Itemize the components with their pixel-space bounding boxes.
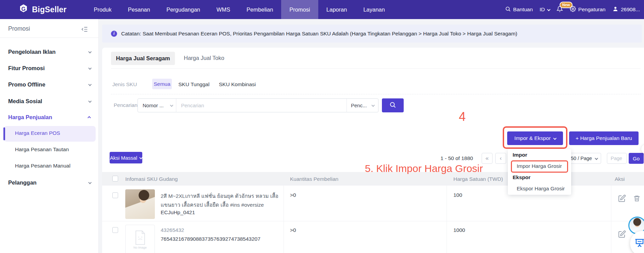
impor-ekspor-button[interactable]: Impor & Ekspor [507,131,563,145]
chevron-down-icon [88,99,92,102]
user-icon [612,6,618,13]
search-button[interactable] [382,98,404,112]
price-value: 100 [453,192,462,198]
chat-board-icon [634,238,644,249]
sidebar-title: Promosi [8,25,30,32]
search-icon [389,101,396,109]
collapse-sidebar-icon[interactable] [81,26,88,34]
sidebar-item-pelanggan[interactable]: Pelanggan [8,179,91,186]
active-subitem-indicator [3,127,5,140]
new-badge: New [560,2,573,8]
filter-option-sku-tunggal[interactable]: SKU Tunggal [178,81,209,88]
nav-item-pembelian[interactable]: Pembelian [238,0,281,19]
product-title-line1: 2สี M~2XLเกาหลี แฟชั่น ย้อนยุค ตัวอักษร … [161,192,278,200]
chevron-down-icon [139,156,143,159]
no-image-label: No Image [133,246,147,249]
sidebar-subitem-harga-pesanan-manual[interactable]: Harga Pesanan Manual [15,163,70,169]
nav-item-pesanan[interactable]: Pesanan [120,0,158,19]
product-code: 43265432 [161,227,184,233]
search-type-select[interactable]: Nomor ... [138,99,176,112]
impor-ekspor-dropdown: Impor Impor Harga Grosir Ekspor Ekspor H… [508,149,571,195]
pagination-first-button[interactable]: « [482,153,493,164]
select-all-checkbox[interactable] [112,176,118,181]
language-selector[interactable]: ID [540,6,550,13]
sidebar-subitem-harga-pesanan-tautan[interactable]: Harga Pesanan Tautan [15,146,69,153]
filter-option-semua[interactable]: Semua [152,79,172,89]
filter-option-sku-kombinasi[interactable]: SKU Kombinasi [219,81,256,88]
no-image-placeholder: No Image [125,225,155,253]
tab-harga-jual-seragam[interactable]: Harga Jual Seragam [111,52,175,65]
brand-logo[interactable]: G BigSeller [18,4,67,15]
nav-item-wms[interactable]: WMS [208,0,238,19]
search-input[interactable] [176,99,347,112]
aksi-massal-button[interactable]: Aksi Massal [110,152,142,163]
row-checkbox[interactable] [112,227,118,233]
row-checkbox[interactable] [112,192,118,198]
chevron-down-icon [371,104,375,107]
search-group: Nomor ... Penc... [138,98,379,112]
delete-icon[interactable] [633,195,641,204]
chevron-down-icon [88,66,92,69]
column-header-price: Harga Satuan (TWD) [453,176,503,182]
tabs-divider [111,68,641,69]
product-image [125,189,155,219]
svg-text:G: G [21,6,26,12]
column-header-aksi: Aksi [615,176,625,182]
nav-item-layanan[interactable]: Layanan [355,0,393,19]
sidebar-item-harga-penjualan[interactable]: Harga Penjualan [8,113,91,121]
harga-penjualan-baru-button[interactable]: + Harga Penjualan Baru [569,131,639,145]
nav-item-produk[interactable]: Produk [86,0,120,19]
sidebar-item-media-sosial[interactable]: Media Sosial [8,97,91,105]
page-jump-input[interactable] [607,153,627,164]
tab-harga-jual-toko[interactable]: Harga Jual Toko [184,55,224,61]
price-value: 1000 [453,227,465,233]
page-go-button[interactable]: Go [629,153,644,164]
search-scope-select[interactable]: Penc... [347,99,378,112]
top-navbar: G BigSeller Produk Pesanan Pergudangan W… [0,0,644,19]
jenis-sku-label: Jenis SKU [112,81,137,88]
sidebar: Promosi Pengelolaan Iklan Fitur Promosi … [0,19,99,253]
qty-value: >0 [290,227,296,233]
broken-file-icon [134,230,147,245]
nav-item-pergudangan[interactable]: Pergudangan [158,0,208,19]
sidebar-divider [0,37,98,38]
user-account[interactable]: 26908... [612,6,640,13]
settings-link[interactable]: Pengaturan [570,6,606,13]
column-header-info: Infomasi SKU Gudang [125,176,178,182]
chevron-down-icon [88,50,92,53]
notifications-bell[interactable]: New [557,6,563,14]
product-title-line2: แขนยาว เสื้อครอป เสื้อยืด เสื้อ #ins #ov… [161,201,264,209]
pagination-prev-button[interactable]: ‹ [495,153,506,164]
nav-item-laporan[interactable]: Laporan [318,0,355,19]
chevron-down-icon [553,136,557,140]
annotation-step-5: 5. Klik Impor Harga Grosir [365,163,483,174]
product-sku: ECJuHp_0421 [161,209,195,216]
sidebar-item-fitur-promosi[interactable]: Fitur Promosi [8,64,91,72]
column-divider [611,186,611,253]
info-icon: i [111,31,117,37]
note-banner: i Catatan: Saat Membuat Pesanan Eceran P… [102,25,642,43]
chevron-down-icon [170,104,173,107]
chevron-up-icon [87,116,91,119]
dropdown-item-impor-harga-grosir[interactable]: Impor Harga Grosir [517,163,562,169]
navbar-right: Bantuan ID New Pengaturan 26908... [505,6,644,14]
dropdown-group-ekspor: Ekspor [513,174,531,180]
edit-icon[interactable] [618,230,626,240]
page-size-select[interactable]: 50 / Page [567,153,601,164]
edit-icon[interactable] [618,194,626,204]
help-link[interactable]: Bantuan [505,6,533,13]
dropdown-item-ekspor-harga-grosir[interactable]: Ekspor Harga Grosir [517,186,565,192]
chevron-down-icon [88,180,92,184]
sidebar-item-pengelolaan-iklan[interactable]: Pengelolaan Iklan [8,48,91,56]
search-icon [505,6,511,13]
column-divider [447,186,447,253]
pagination-range: 1 - 50 of 1880 [440,155,473,161]
brand-name: BigSeller [32,5,67,14]
product-number: 7654321678908837357639274738543207 [161,236,260,242]
sidebar-subitem-harga-eceran-pos[interactable]: Harga Eceran POS [15,130,60,136]
nav-item-promosi[interactable]: Promosi [281,0,318,19]
bigseller-hexagon-icon: G [18,4,29,15]
column-header-qty: Kuantitas Pembelian [290,176,338,182]
chevron-down-icon [595,156,598,160]
sidebar-item-promo-offline[interactable]: Promo Offline [8,81,91,88]
